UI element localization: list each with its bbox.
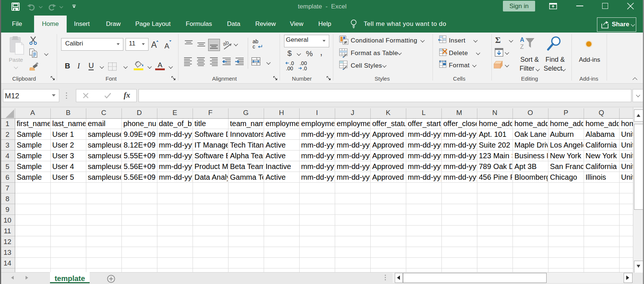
svg-text:Z: Z xyxy=(520,44,524,50)
svg-text:A: A xyxy=(520,37,524,43)
